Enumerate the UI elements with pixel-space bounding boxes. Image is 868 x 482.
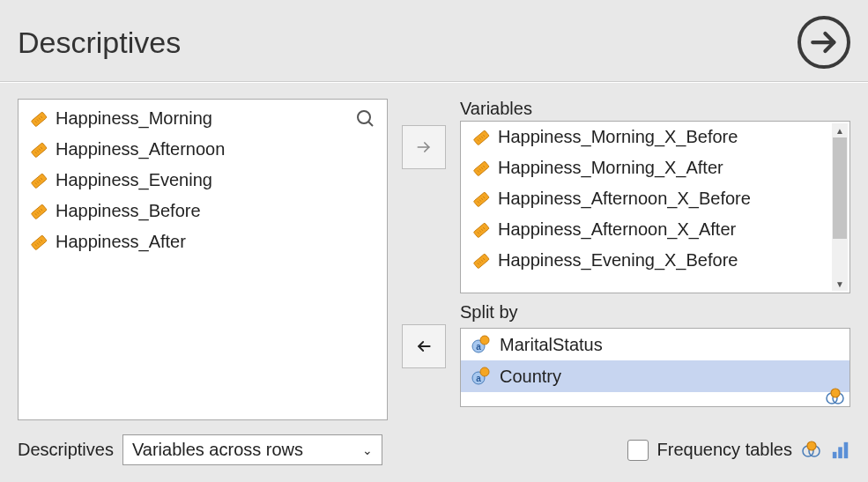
search-icon[interactable] (355, 108, 376, 130)
source-variable-item[interactable]: Happiness_Before (19, 196, 387, 226)
variables-section-label: Variables (460, 99, 850, 119)
scale-icon (471, 189, 491, 209)
splitby-item[interactable]: Country (461, 360, 849, 392)
variable-label: MaritalStatus (500, 335, 603, 355)
source-variable-item[interactable]: Happiness_Afternoon (19, 134, 387, 165)
variable-item[interactable]: Happiness_Afternoon_X_Before (461, 183, 830, 214)
arrow-left-icon (415, 337, 433, 355)
splitby-item[interactable]: MaritalStatus (461, 329, 849, 360)
frequency-tables-label: Frequency tables (657, 440, 792, 460)
scale-icon (29, 202, 48, 221)
splitby-panel[interactable]: MaritalStatus Country (460, 328, 850, 407)
svg-line-16 (368, 122, 373, 126)
allowed-types-icon (823, 387, 848, 404)
variable-label: Happiness_Morning_X_After (498, 158, 723, 178)
svg-point-15 (358, 111, 370, 123)
source-variables-panel[interactable]: Happiness_Morning Happiness_Afternoon Ha… (18, 99, 388, 420)
frequency-tables-checkbox[interactable] (627, 440, 649, 461)
source-variable-item[interactable]: Happiness_Evening (19, 165, 387, 196)
nominal-icon (471, 366, 493, 387)
variable-label: Happiness_Evening_X_Before (498, 250, 738, 271)
variable-label: Happiness_Evening (56, 170, 212, 190)
variable-label: Happiness_After (56, 232, 186, 252)
scale-icon (471, 128, 491, 147)
scroll-up-button[interactable]: ▲ (832, 123, 848, 137)
descriptives-layout-label: Descriptives (18, 440, 114, 460)
variable-label: Happiness_Before (56, 201, 201, 221)
variable-item[interactable]: Happiness_Morning_X_Before (461, 122, 830, 152)
chevron-down-icon: ⌄ (362, 443, 373, 457)
remove-from-splitby-button[interactable] (402, 324, 446, 368)
variable-label: Happiness_Afternoon_X_Before (498, 189, 751, 209)
scale-icon (29, 109, 48, 129)
page-title: Descriptives (18, 26, 181, 60)
proceed-button[interactable] (798, 16, 850, 69)
arrow-right-icon (809, 27, 839, 57)
variables-scrollbar[interactable]: ▲ ▼ (832, 123, 848, 291)
source-variable-item[interactable]: Happiness_After (19, 226, 387, 257)
scroll-down-button[interactable]: ▼ (832, 277, 848, 291)
scale-icon (471, 159, 491, 178)
scale-icon (29, 233, 48, 252)
scale-icon (29, 171, 48, 190)
scale-icon (471, 251, 491, 271)
layout-select[interactable]: Variables across rows ⌄ (122, 434, 382, 465)
nominal-icon (471, 334, 493, 355)
scale-icon (471, 220, 491, 240)
variables-panel[interactable]: Happiness_Morning_X_Before Happiness_Mor… (460, 121, 850, 293)
scale-icon (29, 140, 48, 159)
variable-label: Country (500, 367, 561, 387)
splitby-section-label: Split by (460, 302, 850, 323)
source-variable-item[interactable]: Happiness_Morning (19, 103, 387, 134)
scroll-thumb[interactable] (833, 137, 847, 239)
variable-item[interactable]: Happiness_Morning_X_After (461, 152, 830, 183)
variable-item[interactable]: Happiness_Evening_X_Before (461, 245, 830, 276)
variable-label: Happiness_Afternoon_X_After (498, 219, 736, 240)
variable-label: Happiness_Afternoon (56, 139, 225, 159)
variable-item[interactable]: Happiness_Afternoon_X_After (461, 214, 830, 245)
move-to-variables-button[interactable] (402, 125, 446, 169)
nominal-type-icon (801, 440, 822, 461)
layout-select-value: Variables across rows (132, 440, 303, 460)
variable-label: Happiness_Morning (56, 108, 212, 129)
variable-label: Happiness_Morning_X_Before (498, 127, 738, 147)
arrow-right-icon (415, 138, 433, 156)
ordinal-type-icon (831, 441, 850, 460)
